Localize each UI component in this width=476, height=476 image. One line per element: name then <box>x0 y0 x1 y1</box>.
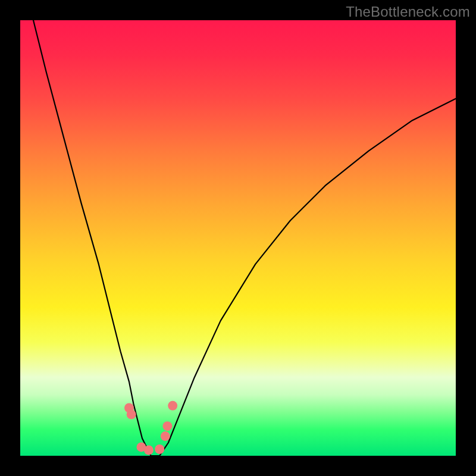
marker-left-lower <box>127 410 136 419</box>
watermark-text: TheBottleneck.com <box>346 4 470 20</box>
marker-right-mid <box>162 421 172 431</box>
marker-floor-c <box>155 444 164 454</box>
marker-right-upper <box>168 401 177 411</box>
bottleneck-curve <box>33 20 456 456</box>
chart-svg <box>20 20 456 456</box>
marker-floor-b <box>144 446 154 455</box>
plot-area <box>20 20 456 456</box>
chart-frame: TheBottleneck.com <box>0 0 476 476</box>
marker-right-lower <box>161 431 170 441</box>
data-markers <box>124 401 177 455</box>
